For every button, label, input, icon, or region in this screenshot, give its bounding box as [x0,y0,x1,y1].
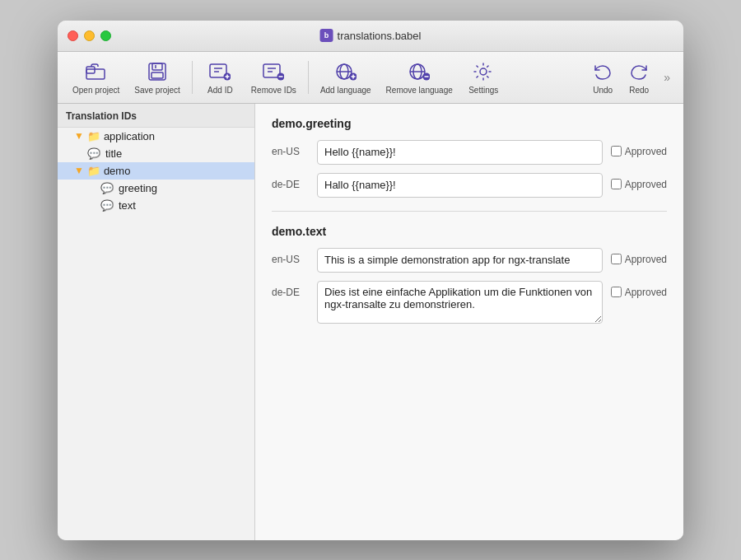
remove-ids-icon [262,60,285,83]
translation-input-greeting-dede[interactable] [317,173,603,198]
approved-checkbox-text-enus[interactable] [611,254,622,264]
leaf-icon-greeting: 💬 [100,182,114,194]
settings-icon [472,60,495,83]
sidebar-item-application[interactable]: ▼ 📁 application [58,128,254,145]
svg-point-28 [480,68,487,75]
open-project-button[interactable]: Open project [66,57,126,98]
save-project-icon [146,60,169,83]
lang-label-text-dede: de-DE [272,281,309,298]
remove-language-icon [408,60,431,83]
approved-label-text-enus: Approved [625,254,667,265]
open-project-icon [85,60,108,83]
undo-label: Undo [593,86,613,95]
add-id-label: Add ID [207,86,233,95]
settings-label: Settings [468,86,498,95]
folder-expand-icon-demo: ▼ [74,165,84,176]
folder-expand-icon: ▼ [74,130,84,142]
window-title-label: translations.babel [338,30,422,42]
add-id-icon [208,60,231,83]
toolbar-sep-1 [192,61,193,94]
remove-language-button[interactable]: Remove language [380,57,459,98]
toolbar: Open project Save project [58,52,683,104]
approved-wrap-greeting-enus: Approved [611,140,667,157]
lang-label-greeting-enus: en-US [272,140,309,157]
content-area: demo.greeting en-US Approved de-DE Appro… [255,104,683,540]
svg-rect-4 [151,72,163,78]
remove-language-label: Remove language [386,86,453,95]
sidebar-item-label-title: title [105,147,122,160]
undo-redo-group: Undo Redo [585,57,657,98]
translation-row-greeting-dede: de-DE Approved [272,173,667,198]
approved-wrap-text-dede: Approved [611,281,667,298]
redo-button[interactable]: Redo [621,57,657,98]
sidebar-header-label: Translation IDs [66,110,137,122]
sidebar: Translation IDs ▼ 📁 application 💬 title … [58,104,255,540]
svg-rect-3 [152,63,162,70]
translation-input-greeting-enus[interactable] [317,140,603,165]
approved-checkbox-text-dede[interactable] [611,287,622,297]
translation-input-text-enus[interactable] [317,248,603,273]
approved-label-greeting-enus: Approved [625,146,667,157]
folder-icon-application: 📁 [87,130,100,142]
titlebar-title: b translations.babel [320,29,422,42]
section-title-greeting: demo.greeting [272,117,667,130]
svg-rect-1 [86,69,105,79]
sidebar-item-label-text: text [119,199,136,212]
toolbar-sep-2 [308,61,309,94]
app-window: b translations.babel Open project [58,21,683,540]
undo-icon [591,60,614,83]
sidebar-item-label-greeting: greeting [119,182,157,194]
open-project-label: Open project [72,86,119,95]
save-project-button[interactable]: Save project [128,57,187,98]
section-divider [272,211,667,212]
approved-label-text-dede: Approved [625,287,667,298]
main-area: Translation IDs ▼ 📁 application 💬 title … [58,104,683,540]
undo-button[interactable]: Undo [585,57,621,98]
leaf-icon-text: 💬 [100,199,114,212]
sidebar-item-label-demo: demo [104,165,131,177]
lang-label-text-enus: en-US [272,248,309,265]
sidebar-item-application-title[interactable]: 💬 title [58,145,254,162]
save-project-label: Save project [134,86,180,95]
sidebar-item-demo-text[interactable]: 💬 text [58,197,254,214]
remove-ids-button[interactable]: Remove IDs [245,57,303,98]
sidebar-header: Translation IDs [58,104,254,128]
sidebar-item-label-application: application [104,130,155,142]
approved-wrap-greeting-dede: Approved [611,173,667,190]
translation-row-text-dede: de-DE Dies ist eine einfache Applikation… [272,281,667,324]
remove-ids-label: Remove IDs [251,86,296,95]
redo-label: Redo [629,86,649,95]
svg-rect-0 [86,67,95,73]
redo-icon [627,60,650,83]
maximize-button[interactable] [100,30,111,41]
translation-row-text-enus: en-US Approved [272,248,667,273]
sidebar-item-demo[interactable]: ▼ 📁 demo [58,162,254,180]
add-language-button[interactable]: Add language [314,57,378,98]
app-icon: b [320,29,333,42]
traffic-lights [68,30,111,41]
approved-wrap-text-enus: Approved [611,248,667,265]
lang-label-greeting-dede: de-DE [272,173,309,190]
approved-checkbox-greeting-enus[interactable] [611,146,622,156]
minimize-button[interactable] [84,30,95,41]
folder-icon-demo: 📁 [87,165,100,177]
add-language-label: Add language [320,86,371,95]
titlebar: b translations.babel [58,21,683,52]
translation-input-text-dede[interactable]: Dies ist eine einfache Applikation um di… [317,281,603,324]
approved-checkbox-greeting-dede[interactable] [611,179,622,189]
add-language-icon [334,60,357,83]
section-title-text: demo.text [272,225,667,238]
settings-button[interactable]: Settings [461,57,506,98]
toolbar-overflow-icon[interactable]: » [659,71,675,84]
close-button[interactable] [68,30,78,41]
sidebar-item-demo-greeting[interactable]: 💬 greeting [58,180,254,197]
add-id-button[interactable]: Add ID [198,57,243,98]
translation-row-greeting-enus: en-US Approved [272,140,667,165]
leaf-icon-title: 💬 [87,147,100,160]
approved-label-greeting-dede: Approved [625,179,667,190]
